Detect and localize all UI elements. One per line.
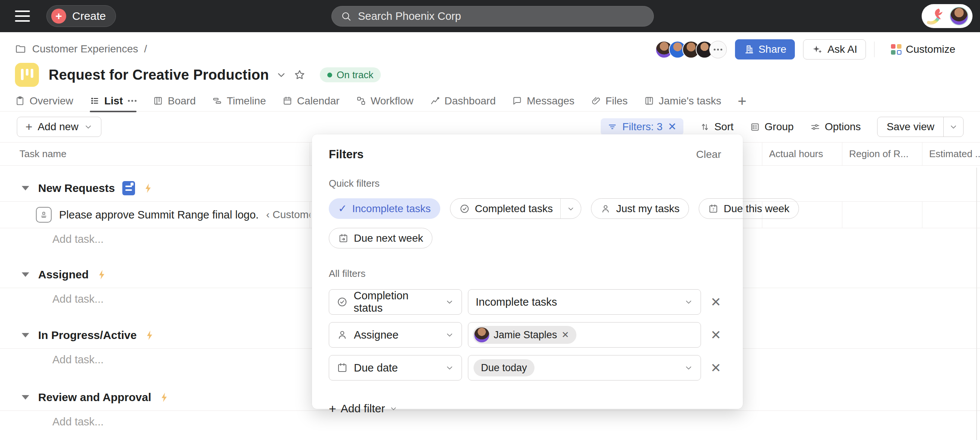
- person-icon: [337, 329, 348, 341]
- facepile[interactable]: [655, 41, 727, 58]
- breadcrumb[interactable]: Customer Experiences: [32, 43, 138, 55]
- tab-workflow[interactable]: Workflow: [356, 91, 414, 112]
- tab-messages[interactable]: Messages: [512, 91, 574, 112]
- quick-filter-completed[interactable]: Completed tasks: [450, 198, 582, 219]
- customize-label: Customize: [906, 43, 955, 55]
- add-filter-button[interactable]: + Add filter: [329, 402, 721, 415]
- rule-bolt-icon[interactable]: [144, 330, 155, 341]
- clear-filters-x-icon[interactable]: ✕: [668, 121, 676, 132]
- tab-overview[interactable]: Overview: [15, 91, 73, 112]
- save-view-caret[interactable]: [943, 117, 963, 137]
- quick-filter-due-next-week[interactable]: Due next week: [329, 228, 433, 249]
- sort-button[interactable]: Sort: [700, 121, 733, 133]
- column-actual-hours[interactable]: Actual hours: [762, 143, 842, 165]
- quick-filter-incomplete[interactable]: ✓ Incomplete tasks: [329, 198, 440, 219]
- account-pill[interactable]: [922, 4, 972, 28]
- search-icon: [341, 11, 352, 22]
- column-task-name[interactable]: Task name: [19, 143, 67, 165]
- status-label: On track: [337, 69, 373, 81]
- status-badge[interactable]: On track: [320, 67, 381, 82]
- app-window: + Create Search Phoenix Corp Customer Ex…: [0, 0, 980, 440]
- folder-icon: [15, 43, 26, 55]
- star-icon[interactable]: [294, 69, 305, 81]
- board-icon: [153, 96, 163, 106]
- rule-bolt-icon[interactable]: [96, 269, 107, 280]
- due-date-chip[interactable]: Due today: [474, 359, 535, 376]
- ask-ai-button[interactable]: Ask AI: [803, 39, 865, 59]
- tab-files[interactable]: Files: [591, 91, 628, 112]
- tab-menu-icon[interactable]: [128, 100, 137, 102]
- rule-bolt-icon[interactable]: [159, 392, 170, 403]
- add-tab-button[interactable]: +: [738, 94, 746, 108]
- column-region[interactable]: Region of R...: [842, 143, 922, 165]
- customize-button[interactable]: Customize: [883, 39, 964, 59]
- section-title[interactable]: Review and Approval: [38, 391, 151, 404]
- filter-field-select[interactable]: Assignee: [329, 322, 462, 348]
- task-title[interactable]: Please approve Summit Range final logo.: [59, 209, 259, 221]
- status-dot-icon: [327, 73, 332, 77]
- section-title[interactable]: New Requests: [38, 182, 115, 194]
- plus-icon: +: [51, 9, 66, 24]
- search-input[interactable]: Search Phoenix Corp: [331, 6, 654, 27]
- create-button[interactable]: + Create: [46, 5, 116, 27]
- filters-panel: Filters Clear Quick filters ✓ Incomplete…: [312, 134, 743, 409]
- filters-button[interactable]: Filters: 3 ✕: [601, 118, 683, 136]
- quick-filter-just-my-tasks[interactable]: Just my tasks: [591, 198, 689, 219]
- collapse-triangle-icon[interactable]: [22, 395, 29, 400]
- remove-filter-button[interactable]: ✕: [711, 362, 722, 374]
- create-label: Create: [72, 10, 106, 22]
- column-estimated[interactable]: Estimated ...: [922, 143, 980, 165]
- tab-board[interactable]: Board: [153, 91, 196, 112]
- group-button[interactable]: Group: [750, 121, 794, 133]
- remove-assignee-icon[interactable]: ✕: [562, 330, 569, 340]
- approval-stamp-icon[interactable]: [36, 207, 52, 223]
- chat-bubble-icon: [512, 96, 522, 106]
- ask-ai-label: Ask AI: [827, 43, 857, 55]
- clear-filters-link[interactable]: Clear: [696, 148, 721, 161]
- scrollbar[interactable]: [976, 167, 977, 440]
- filter-value-select[interactable]: Jamie Staples ✕: [468, 322, 701, 348]
- tab-dashboard[interactable]: Dashboard: [430, 91, 496, 112]
- filter-value-select[interactable]: Incomplete tasks: [468, 289, 701, 315]
- filter-lines-icon: [608, 122, 617, 132]
- filter-value-select[interactable]: Due today: [468, 355, 701, 381]
- hamburger-menu-icon[interactable]: [15, 8, 32, 24]
- chevron-down-icon: [84, 122, 93, 131]
- chevron-down-icon: [684, 297, 693, 306]
- page-title: Request for Creative Production: [49, 67, 269, 83]
- tab-list[interactable]: List: [90, 91, 137, 112]
- chevron-down-icon: [445, 297, 454, 306]
- workflow-icon: [356, 96, 366, 106]
- section-title[interactable]: In Progress/Active: [38, 329, 137, 341]
- remove-filter-button[interactable]: ✕: [711, 296, 722, 308]
- chevron-down-icon[interactable]: [276, 69, 287, 80]
- add-new-button[interactable]: + Add new: [17, 117, 101, 137]
- sort-arrows-icon: [700, 122, 710, 132]
- task-project-link[interactable]: ‹ Customer Slide: [266, 209, 310, 221]
- section-title[interactable]: Assigned: [38, 268, 89, 281]
- completed-options-caret[interactable]: [560, 199, 581, 218]
- tab-calendar[interactable]: Calendar: [282, 91, 340, 112]
- tab-timeline[interactable]: Timeline: [212, 91, 266, 112]
- save-view-button[interactable]: Save view: [877, 117, 964, 137]
- calendar-arrow-icon: [338, 233, 348, 244]
- options-button[interactable]: Options: [810, 121, 861, 133]
- cell-divider: [310, 202, 310, 228]
- collapse-triangle-icon[interactable]: [22, 273, 29, 277]
- timeline-icon: [212, 96, 222, 106]
- assignee-chip[interactable]: Jamie Staples ✕: [473, 326, 577, 344]
- filter-field-select[interactable]: Completion status: [329, 289, 462, 315]
- share-button[interactable]: Share: [735, 39, 795, 59]
- remove-filter-button[interactable]: ✕: [711, 328, 722, 341]
- search-placeholder: Search Phoenix Corp: [358, 10, 461, 22]
- collapse-triangle-icon[interactable]: [22, 333, 29, 338]
- chevron-down-icon: [949, 122, 958, 131]
- tab-jamies-tasks[interactable]: Jamie's tasks: [644, 91, 721, 112]
- rule-bolt-icon[interactable]: [143, 183, 154, 194]
- section-doc-icon[interactable]: [123, 181, 135, 195]
- filter-field-select[interactable]: Due date: [329, 355, 462, 381]
- person-icon: [600, 204, 611, 214]
- collapse-triangle-icon[interactable]: [22, 186, 29, 190]
- more-members-button[interactable]: [709, 41, 727, 58]
- quick-filter-due-this-week[interactable]: 7 Due this week: [699, 198, 799, 219]
